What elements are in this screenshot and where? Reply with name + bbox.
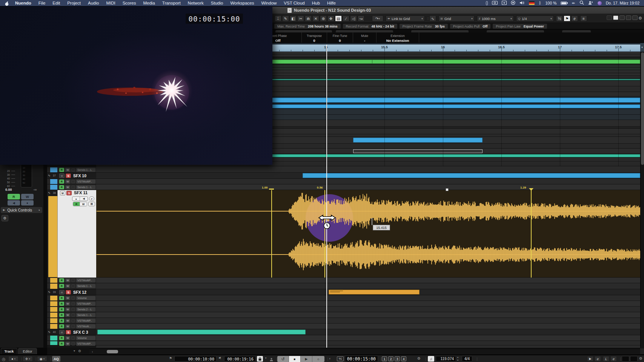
automation-track-row[interactable]: RWVolume	[47, 295, 96, 301]
menubar-clock[interactable]: Do. 17. März 19:02	[606, 1, 639, 5]
automation-parameter-label[interactable]: Sends:1 - L	[76, 313, 95, 317]
write-button[interactable]: W	[65, 319, 70, 323]
left-zone-toggle[interactable]	[607, 15, 612, 20]
write-button[interactable]: W	[65, 168, 70, 172]
snap-zero-crossing-button[interactable]: ∿	[429, 15, 436, 21]
edit-channel-button[interactable]: e	[89, 196, 94, 201]
right-locator-flag-icon[interactable]: ⚑	[218, 356, 221, 360]
punch-funnel-icon[interactable]: ▼	[264, 357, 267, 359]
read-button[interactable]: R	[59, 278, 64, 282]
monitor-button[interactable]: ◀	[8, 200, 20, 206]
left-locator-flag-icon[interactable]: ⚑	[169, 356, 172, 360]
automation-track-row[interactable]: RWVSTMultiP..	[47, 301, 96, 307]
audio-quantize-button[interactable]: AQ	[52, 356, 60, 362]
solo-button[interactable]: S	[66, 330, 71, 334]
autoscroll-button[interactable]: ↷▾	[372, 15, 383, 21]
write-button[interactable]: W	[80, 202, 87, 206]
tab-editor[interactable]: Editor	[18, 348, 37, 354]
marker-button-4[interactable]: 4	[401, 356, 406, 361]
write-button[interactable]: W	[65, 313, 70, 317]
mute-button[interactable]: M	[60, 191, 65, 195]
bypass-button[interactable]	[71, 336, 75, 340]
tab-track[interactable]: Track	[1, 348, 17, 354]
arrangement-lane-vstmulti-[interactable]	[96, 324, 640, 329]
arrangement-lane-sends-1-l[interactable]	[96, 184, 640, 190]
event-info-fine-tune[interactable]: Fine-Tune0	[327, 32, 353, 43]
monitor-mode-button[interactable]: ◉▾	[37, 356, 47, 362]
menu-transport[interactable]: Transport	[162, 1, 181, 5]
sync-setup-button[interactable]: e	[595, 356, 601, 362]
arrangement-lane-vstmultip-[interactable]	[96, 278, 640, 283]
app-dot-icon[interactable]	[598, 1, 602, 5]
automation-parameter-label[interactable]: Sends:1 - L	[76, 168, 95, 172]
mute-button[interactable]: M	[59, 330, 65, 334]
automation-track-row[interactable]: RWSends:1 - L	[47, 184, 96, 190]
left-locator-field[interactable]: 00:00:10:00	[174, 356, 217, 362]
write-button[interactable]: W	[65, 342, 70, 346]
track-header-sfx-10[interactable]: ∿37MSSFX 10	[47, 173, 96, 179]
playhead[interactable]	[326, 44, 327, 348]
mute-button[interactable]: M	[59, 173, 65, 178]
write-automation-button[interactable]: W	[21, 194, 34, 199]
length-select[interactable]: ♯ 1000 ms ▾	[477, 15, 514, 21]
toolbar-gear-icon[interactable]: ⚙	[638, 16, 642, 21]
event-info-extension[interactable]: ExtensionNo Extension	[377, 32, 419, 43]
wand-icon[interactable]: ✎	[571, 0, 576, 6]
audio-event[interactable]	[353, 138, 483, 143]
read-button[interactable]: R	[59, 179, 64, 184]
fade-in-line[interactable]	[271, 190, 272, 278]
primary-time-display[interactable]: 00:00:15:00	[345, 356, 378, 362]
write-button[interactable]: W	[65, 296, 70, 300]
automation-track-row[interactable]: RWSends:2 - L	[47, 307, 96, 312]
horizontal-scrollbar-thumb[interactable]	[107, 350, 118, 353]
sync-button[interactable]: ▶	[587, 356, 593, 362]
record-enable-button[interactable]: ●	[21, 200, 34, 206]
write-button[interactable]: W	[65, 284, 70, 288]
read-button[interactable]: R	[59, 342, 64, 346]
bypass-button[interactable]	[71, 308, 75, 311]
automation-parameter-label[interactable]: VSTMultiP..	[76, 319, 95, 323]
solo-button[interactable]: S	[66, 191, 72, 195]
capsule-icon[interactable]	[486, 1, 488, 5]
time-format-badge[interactable]: TC	[337, 356, 344, 361]
write-button[interactable]: W	[65, 324, 70, 328]
dropdown-icon[interactable]: ▾	[74, 349, 75, 353]
triplet-button[interactable]: ⅓	[556, 15, 563, 21]
bypass-button[interactable]	[71, 168, 75, 172]
draw-tool-button[interactable]: ✎	[282, 15, 289, 21]
arrangement-lane-vstmultip-[interactable]	[96, 301, 640, 307]
automation-track-row[interactable]: RWSends:1 - L	[47, 312, 96, 318]
menu-scores[interactable]: Scores	[123, 1, 136, 5]
volume-icon[interactable]	[520, 0, 525, 6]
lower-zone-toggle[interactable]	[619, 15, 625, 20]
automation-track-row[interactable]: RWVSTMulti...	[47, 324, 96, 329]
menu-nuendo[interactable]: Nuendo	[15, 1, 31, 5]
marker-button-2[interactable]: 2	[388, 356, 393, 361]
inspector-gear-button[interactable]: ⚙	[2, 215, 8, 221]
right-locator-field[interactable]: 00:00:19:16	[224, 356, 256, 362]
write-button[interactable]: W	[65, 185, 70, 189]
arrangement-lane-vstmultip-[interactable]	[96, 179, 640, 184]
menu-project[interactable]: Project	[67, 1, 81, 5]
grid-type-select[interactable]: ⊞ Grid ▾	[438, 15, 475, 21]
midi-event-sfx12[interactable]	[329, 290, 420, 295]
control-link-icon[interactable]: ◎	[2, 357, 6, 362]
arrangement-lane-volume[interactable]	[96, 295, 640, 301]
read-button[interactable]: R	[59, 319, 64, 323]
menu-workspaces[interactable]: Workspaces	[230, 1, 254, 5]
mute-button[interactable]: M	[59, 290, 65, 295]
audio-event-sfx10[interactable]	[303, 173, 640, 178]
erase-tool-button[interactable]: ◧	[290, 15, 297, 21]
level-meter-button[interactable]: L	[603, 356, 609, 362]
setup-zone-toggle[interactable]	[632, 15, 638, 20]
zoom-corner[interactable]	[640, 348, 644, 354]
menu-edit[interactable]: Edit	[52, 1, 60, 5]
bypass-button[interactable]	[71, 342, 75, 345]
arrangement-lane-sfx-10[interactable]	[96, 173, 640, 179]
solo-button[interactable]: S	[66, 290, 71, 295]
bypass-button[interactable]	[71, 284, 75, 288]
cycle-button[interactable]: ↺	[277, 356, 289, 362]
event-snap-line[interactable]	[324, 190, 325, 278]
automation-parameter-label[interactable]: VSTMultiP..	[76, 302, 95, 306]
line-tool-button[interactable]: ∕	[343, 15, 349, 21]
